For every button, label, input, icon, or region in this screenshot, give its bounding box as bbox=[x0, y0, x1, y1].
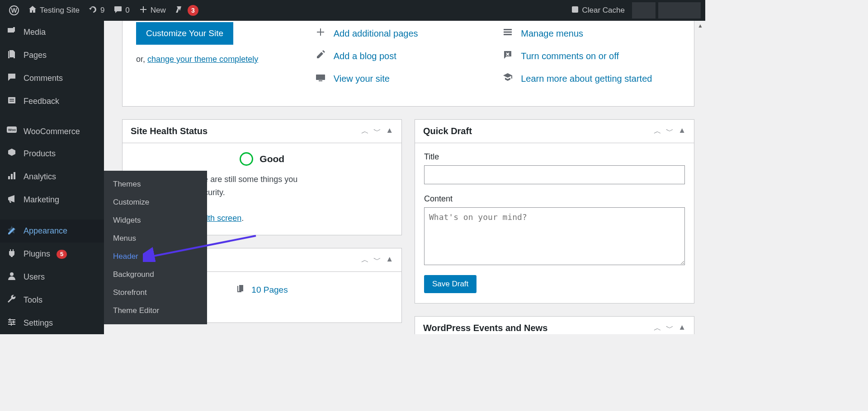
flyout-customize[interactable]: Customize bbox=[104, 193, 207, 211]
title-label: Title bbox=[424, 152, 685, 162]
svg-rect-10 bbox=[8, 319, 15, 320]
sidebar-item-plugins[interactable]: Plugins 5 bbox=[0, 243, 104, 266]
panel-title: WordPress Events and News bbox=[423, 323, 654, 333]
triangle-up-icon[interactable]: ▲ bbox=[678, 323, 686, 333]
welcome-link-comments[interactable]: Turn comments on or off bbox=[502, 45, 680, 67]
svg-rect-3 bbox=[9, 101, 14, 102]
chevron-up-icon[interactable]: ︿ bbox=[361, 255, 369, 265]
sidebar-label: Feedback bbox=[24, 97, 59, 106]
panel-controls: ︿ ﹀ ▲ bbox=[361, 126, 393, 136]
wp-logo-menu[interactable]: W bbox=[5, 0, 24, 21]
chevron-down-icon[interactable]: ﹀ bbox=[373, 126, 381, 136]
pages-count-link[interactable]: 10 Pages bbox=[251, 285, 288, 295]
svg-point-9 bbox=[10, 272, 14, 276]
flyout-header[interactable]: Header bbox=[104, 248, 207, 266]
flyout-background[interactable]: Background bbox=[104, 266, 207, 284]
link-label[interactable]: View your site bbox=[334, 74, 390, 84]
link-label[interactable]: Learn more about getting started bbox=[521, 74, 652, 84]
svg-rect-15 bbox=[11, 323, 12, 326]
sidebar-item-analytics[interactable]: Analytics bbox=[0, 165, 104, 188]
plus-icon bbox=[139, 5, 148, 16]
svg-rect-17 bbox=[319, 80, 322, 81]
events-news-panel: WordPress Events and News ︿ ﹀ ▲ bbox=[415, 316, 694, 334]
flyout-themes[interactable]: Themes bbox=[104, 175, 207, 193]
sidebar-item-appearance[interactable]: Appearance bbox=[0, 220, 104, 243]
sidebar-label: Comments bbox=[24, 74, 63, 83]
draft-title-input[interactable] bbox=[424, 165, 685, 184]
new-label: New bbox=[151, 6, 166, 15]
welcome-link-add-post[interactable]: Add a blog post bbox=[315, 45, 502, 67]
svg-rect-11 bbox=[8, 322, 15, 322]
adminbar-box-2[interactable] bbox=[658, 2, 701, 19]
comments-link[interactable]: 0 bbox=[109, 0, 134, 21]
view-icon bbox=[315, 72, 326, 85]
tools-icon bbox=[6, 294, 17, 306]
yoast-link[interactable]: 3 bbox=[170, 0, 203, 21]
svg-rect-19 bbox=[504, 32, 512, 33]
edit-icon bbox=[315, 49, 326, 63]
adminbar-box-1[interactable] bbox=[632, 2, 656, 19]
sidebar-label: Plugins bbox=[24, 249, 50, 259]
save-draft-button[interactable]: Save Draft bbox=[424, 275, 476, 293]
triangle-up-icon[interactable]: ▲ bbox=[678, 126, 686, 136]
sidebar-item-comments[interactable]: Comments bbox=[0, 67, 104, 90]
clear-cache-link[interactable]: Clear Cache bbox=[566, 0, 630, 21]
sidebar-item-settings[interactable]: Settings bbox=[0, 312, 104, 334]
site-name-link[interactable]: Testing Site bbox=[24, 0, 84, 21]
sidebar-label: Tools bbox=[24, 295, 42, 305]
welcome-link-view-site[interactable]: View your site bbox=[315, 67, 502, 90]
chevron-down-icon[interactable]: ﹀ bbox=[373, 255, 381, 265]
sidebar-label: Analytics bbox=[24, 172, 56, 182]
flyout-widgets[interactable]: Widgets bbox=[104, 211, 207, 229]
link-label[interactable]: Manage menus bbox=[521, 28, 583, 39]
triangle-up-icon[interactable]: ▲ bbox=[386, 255, 393, 265]
sidebar-label: Settings bbox=[24, 318, 53, 328]
welcome-link-add-pages[interactable]: Add additional pages bbox=[315, 22, 502, 45]
chevron-up-icon[interactable]: ︿ bbox=[654, 126, 661, 136]
sidebar-item-marketing[interactable]: Marketing bbox=[0, 188, 104, 211]
link-label[interactable]: Turn comments on or off bbox=[521, 51, 619, 61]
clear-cache-label: Clear Cache bbox=[582, 6, 625, 15]
chevron-down-icon[interactable]: ﹀ bbox=[666, 323, 674, 333]
change-theme-link[interactable]: change your theme completely bbox=[147, 55, 258, 64]
sidebar-item-pages[interactable]: Pages bbox=[0, 44, 104, 67]
draft-content-textarea[interactable] bbox=[424, 207, 685, 265]
flyout-menus[interactable]: Menus bbox=[104, 229, 207, 248]
sidebar-item-products[interactable]: Products bbox=[0, 142, 104, 165]
sidebar-label: Users bbox=[24, 272, 45, 282]
triangle-up-icon[interactable]: ▲ bbox=[386, 126, 393, 136]
sidebar-item-feedback[interactable]: Feedback bbox=[0, 90, 104, 113]
sidebar-item-tools[interactable]: Tools bbox=[0, 289, 104, 312]
admin-sidebar: Media Pages Comments Feedback Woo WooCom… bbox=[0, 21, 104, 334]
updates-link[interactable]: 9 bbox=[84, 0, 109, 21]
settings-icon bbox=[6, 317, 17, 329]
svg-rect-14 bbox=[13, 321, 14, 323]
comments-count: 0 bbox=[125, 6, 129, 15]
media-icon bbox=[6, 26, 17, 38]
welcome-link-learn[interactable]: Learn more about getting started bbox=[502, 67, 680, 90]
sidebar-item-media[interactable]: Media bbox=[0, 21, 104, 44]
comment-icon bbox=[113, 5, 123, 16]
link-label[interactable]: Add additional pages bbox=[334, 28, 418, 39]
learn-icon bbox=[502, 72, 514, 85]
sidebar-label: Media bbox=[24, 28, 46, 37]
customize-site-button[interactable]: Customize Your Site bbox=[136, 22, 233, 45]
flyout-storefront[interactable]: Storefront bbox=[104, 284, 207, 302]
chevron-up-icon[interactable]: ︿ bbox=[361, 126, 369, 136]
svg-text:Woo: Woo bbox=[8, 128, 16, 132]
scroll-up-icon[interactable]: ▲ bbox=[695, 21, 705, 31]
sidebar-label: Marketing bbox=[24, 195, 59, 205]
flyout-theme-editor[interactable]: Theme Editor bbox=[104, 302, 207, 320]
sidebar-label: WooCommerce bbox=[24, 127, 80, 136]
sidebar-item-woocommerce[interactable]: Woo WooCommerce bbox=[0, 121, 104, 142]
chevron-down-icon[interactable]: ﹀ bbox=[666, 126, 674, 136]
link-label[interactable]: Add a blog post bbox=[334, 51, 396, 61]
panel-controls: ︿ ﹀ ▲ bbox=[361, 255, 393, 265]
svg-rect-13 bbox=[9, 318, 10, 321]
analytics-icon bbox=[6, 171, 17, 183]
vertical-scrollbar[interactable]: ▲ bbox=[695, 21, 705, 334]
welcome-link-menus[interactable]: Manage menus bbox=[502, 22, 680, 45]
sidebar-item-users[interactable]: Users bbox=[0, 266, 104, 289]
chevron-up-icon[interactable]: ︿ bbox=[654, 323, 661, 333]
new-content-link[interactable]: New bbox=[134, 0, 170, 21]
